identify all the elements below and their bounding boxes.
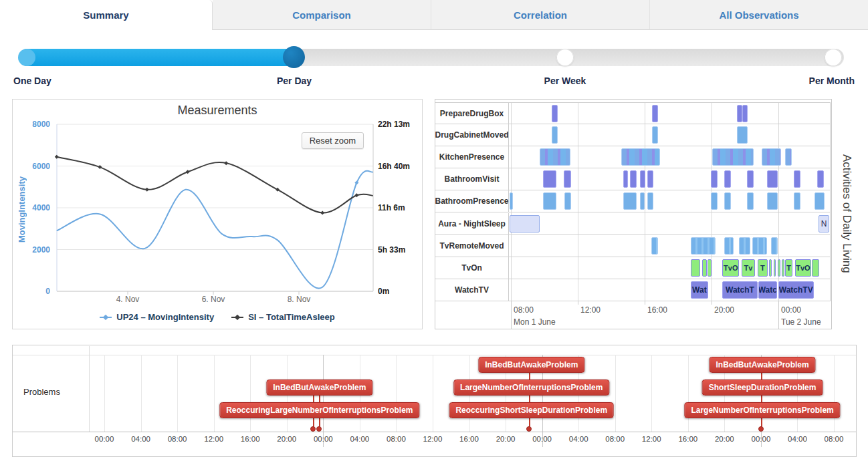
gridline — [615, 355, 616, 432]
adl-bar-bathroomvisit[interactable] — [564, 170, 571, 188]
adl-bar-aura-nightsleep[interactable] — [510, 215, 540, 232]
adl-bar-preparedrugbox[interactable] — [652, 105, 658, 122]
problem-label[interactable]: ShortSleepDurationProblem — [702, 379, 823, 396]
adl-bar-tvremotemoved[interactable] — [739, 237, 750, 255]
problem-label[interactable]: LargeNumberOfInterruptionsProblem — [453, 379, 609, 396]
adl-bar-drugcabinetmoved[interactable] — [552, 126, 558, 144]
adl-bar-bathroomvisit[interactable] — [543, 170, 556, 188]
problems-x-tick-label: 00:00 — [752, 435, 771, 443]
adl-bar-tvremotemoved[interactable] — [691, 237, 716, 255]
adl-bar-preparedrugbox[interactable] — [737, 105, 742, 122]
adl-bar-bathroompresence[interactable] — [640, 192, 645, 210]
slider-handle-per-month[interactable] — [825, 49, 842, 66]
adl-bar-bathroompresence[interactable] — [747, 192, 754, 210]
adl-bar-tvon[interactable] — [769, 259, 772, 277]
adl-bar-tvremotemoved[interactable] — [752, 237, 766, 255]
time-granularity-slider-fill — [19, 49, 304, 66]
adl-x-tick-label: 16:00 — [647, 305, 667, 315]
adl-bar-bathroompresence[interactable] — [767, 192, 778, 210]
adl-bar-tvon[interactable]: T — [758, 259, 768, 277]
adl-bar-aura-nightsleep[interactable]: N — [819, 215, 829, 232]
adl-bar-preparedrugbox[interactable] — [552, 105, 558, 122]
y-tick-label: 6000 — [32, 162, 50, 171]
adl-bar-bathroomvisit[interactable] — [623, 170, 629, 188]
adl-bar-bathroompresence[interactable] — [815, 192, 825, 210]
adl-bar-tvremotemoved[interactable] — [724, 237, 734, 255]
adl-bar-bathroomvisit[interactable] — [794, 170, 800, 188]
adl-bar-tvon[interactable] — [708, 259, 712, 277]
adl-bar-tvremotemoved[interactable] — [651, 237, 658, 255]
problem-marker[interactable] — [316, 426, 322, 432]
series-marker — [320, 211, 324, 215]
legend-item-movingintensity[interactable]: UP24 – MovingIntensity — [100, 312, 214, 322]
adl-bar-tvon[interactable] — [778, 259, 780, 277]
adl-bar-bathroomvisit[interactable] — [630, 170, 637, 188]
adl-bar-drugcabinetmoved[interactable] — [652, 126, 658, 144]
y2-tick-label: 22h 13m — [378, 120, 410, 129]
adl-bar-bathroomvisit[interactable] — [817, 170, 824, 188]
adl-bar-watchtv[interactable]: Wat — [691, 281, 708, 299]
problem-label[interactable]: InBedButAwakeProblem — [266, 379, 372, 396]
label-column-divider — [89, 346, 90, 432]
adl-bar-watchtv[interactable]: WatchTV — [778, 281, 814, 299]
tab-all-observations[interactable]: All Observations — [650, 0, 868, 30]
problem-label[interactable]: ReoccuringShortSleepDurationProblem — [449, 402, 614, 418]
tab-comparison[interactable]: Comparison — [213, 0, 431, 30]
tab-correlation[interactable]: Correlation — [431, 0, 650, 30]
adl-bar-tvon[interactable]: TvO — [795, 259, 811, 277]
adl-bar-drugcabinetmoved[interactable] — [737, 126, 748, 144]
adl-row-label: DrugCabinetMoved — [435, 124, 509, 146]
adl-bar-bathroomvisit[interactable] — [767, 170, 778, 188]
problem-label[interactable]: ReoccuringLargeNumberOfInterruptionsProb… — [219, 402, 419, 418]
slider-handle-per-day[interactable] — [283, 46, 305, 68]
adl-bar-tvon[interactable]: T — [785, 259, 792, 277]
adl-bar-bathroompresence[interactable] — [794, 192, 800, 210]
adl-bar-kitchenpresence[interactable] — [540, 148, 570, 166]
slider-handle-one-day[interactable] — [18, 49, 35, 66]
adl-bar-bathroompresence[interactable] — [510, 192, 513, 210]
adl-bar-kitchenpresence[interactable] — [785, 148, 792, 166]
adl-bar-tvon[interactable]: TvO — [722, 259, 739, 277]
adl-bar-tvon[interactable] — [774, 259, 776, 277]
adl-bar-tvremotemoved[interactable] — [771, 237, 778, 255]
problem-label[interactable]: LargeNumberOfInterruptionsProblem — [684, 402, 840, 418]
adl-bar-bathroompresence[interactable] — [564, 192, 571, 210]
adl-bar-kitchenpresence[interactable] — [621, 148, 660, 166]
tab-summary[interactable]: Summary — [0, 0, 213, 30]
adl-bar-tvon[interactable]: Tv — [742, 259, 755, 277]
adl-bar-preparedrugbox[interactable] — [742, 105, 748, 122]
slider-handle-per-week[interactable] — [556, 49, 574, 66]
problem-label[interactable]: InBedButAwakeProblem — [478, 357, 584, 373]
adl-bar-kitchenpresence[interactable] — [712, 148, 753, 166]
adl-bar-bathroompresence[interactable] — [623, 192, 637, 210]
problem-marker[interactable] — [310, 426, 316, 432]
adl-bar-tvon[interactable] — [812, 259, 819, 277]
problem-label[interactable]: InBedButAwakeProblem — [710, 357, 816, 373]
adl-bar-bathroompresence[interactable] — [724, 192, 731, 210]
adl-bar-bathroompresence[interactable] — [711, 192, 718, 210]
adl-bar-bathroomvisit[interactable] — [640, 170, 646, 188]
series-marker — [186, 170, 190, 174]
adl-bar-watchtv[interactable]: WatchT — [722, 281, 758, 299]
series-marker — [224, 161, 228, 165]
series-line-si[interactable] — [57, 157, 373, 213]
problem-marker[interactable] — [758, 426, 764, 432]
adl-bar-watchtv[interactable]: Watc — [758, 281, 777, 299]
adl-bar-kitchenpresence[interactable] — [762, 148, 781, 166]
adl-bar-bathroompresence[interactable] — [543, 192, 556, 210]
adl-bar-bathroompresence[interactable] — [647, 192, 653, 210]
adl-row: DrugCabinetMoved — [435, 124, 831, 146]
problems-chart-panel: 00:0004:0008:0012:0016:0020:0000:0004:00… — [12, 345, 857, 457]
adl-bar-bathroomvisit[interactable] — [647, 170, 653, 188]
y2-tick-label: 0m — [378, 287, 389, 296]
y-tick-label: 2000 — [32, 245, 50, 255]
adl-bar-bathroomvisit[interactable] — [711, 170, 718, 188]
series-line-up24[interactable] — [57, 171, 373, 289]
adl-bar-bathroomvisit[interactable] — [747, 170, 754, 188]
adl-bar-tvon[interactable] — [702, 259, 706, 277]
adl-bar-bathroomvisit[interactable] — [724, 170, 731, 188]
problem-marker[interactable] — [526, 426, 532, 432]
adl-bar-tvon[interactable] — [691, 259, 700, 277]
adl-bar-tvon[interactable] — [782, 259, 784, 277]
legend-item-totaltimeasleep[interactable]: SI – TotalTimeAsleep — [231, 312, 335, 322]
